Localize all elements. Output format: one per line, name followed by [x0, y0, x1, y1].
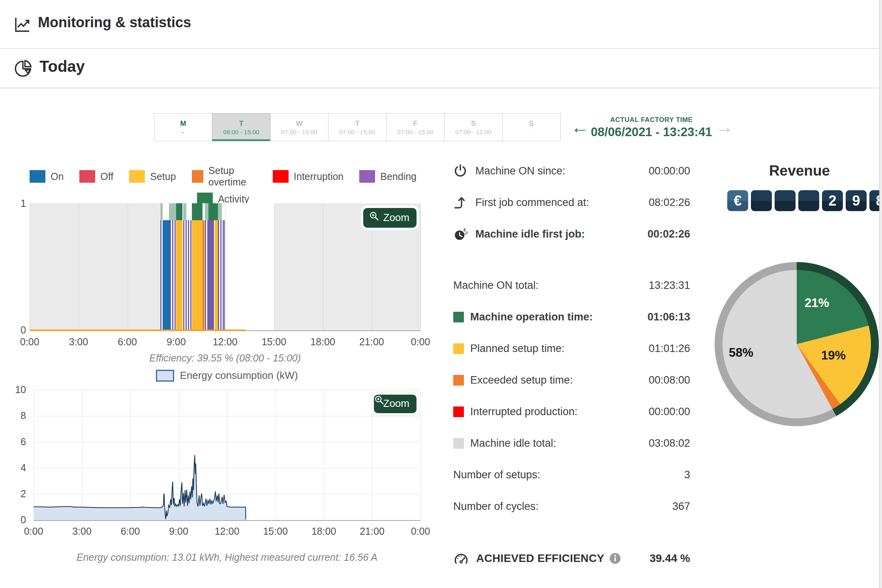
energy-y-tick-label: 10 [10, 384, 26, 395]
state-bar-setup [176, 220, 182, 330]
stat-row-2: zzzMachine idle first job:00:02:26 [453, 225, 690, 243]
stat-row-8: Machine idle total:03:08:02 [453, 434, 690, 452]
weekday-tab-6-s[interactable]: S- [502, 113, 561, 141]
energy-caption: Energy consumption: 13.01 kWh, Highest m… [34, 552, 420, 563]
activity-zoom-button[interactable]: Zoom [363, 208, 417, 228]
weekday-tabs: M-T08:00 - 15:00W07:00 - 15:00T07:00 - 1… [154, 113, 560, 141]
zoom-button-label: Zoom [383, 397, 409, 410]
tab-hours-label: 07:00 - 15:00 [397, 128, 433, 136]
activity-cap [208, 203, 218, 220]
pie-label-58pct: 58% [729, 346, 753, 360]
next-day-arrow[interactable]: → [715, 116, 734, 138]
legend-label: Off [100, 171, 113, 182]
legend-swatch [30, 170, 45, 183]
stat-row-10: Number of cycles:367 [453, 497, 690, 515]
zoom-button-label: Zoom [383, 212, 409, 224]
weekday-tab-4-f[interactable]: F07:00 - 15:00 [386, 113, 445, 141]
energy-area-series [34, 390, 420, 520]
energy-chart: Zoom [34, 390, 420, 520]
legend-label: Interruption [294, 171, 343, 182]
stat-label: Number of setups: [453, 469, 540, 481]
energy-y-tick-label: 4 [10, 462, 26, 474]
tab-hours-label: 07:00 - 12:00 [455, 128, 491, 136]
info-icon[interactable] [609, 552, 621, 564]
gridline [323, 203, 323, 330]
time-distribution-pie: 21%19%58% [715, 262, 879, 426]
stat-row-4: Machine operation time:01:06:13 [453, 308, 690, 326]
pie-chart-icon [13, 58, 33, 80]
x-tick-label: 15:00 [263, 526, 288, 537]
stat-value: 08:02:26 [649, 197, 690, 209]
state-bar-bending [208, 220, 214, 330]
factory-time-value: 08/06/2021 - 13:23:41 [590, 125, 713, 139]
revenue-digit-tile [775, 190, 796, 211]
scrollbar-track[interactable] [879, 0, 882, 588]
tab-day-label: S [471, 119, 476, 128]
monitoring-dashboard: Monitoring & statistics Today M-T08:00 -… [0, 0, 882, 588]
x-tick-label: 15:00 [261, 336, 286, 348]
previous-day-arrow[interactable]: ← [571, 116, 589, 138]
tab-day-label: W [296, 119, 303, 128]
stat-label: Machine idle first job: [475, 228, 585, 240]
efficiency-caption: Efficiency: 39.55 % (08:00 - 15:00) [30, 352, 420, 364]
energy-legend-label: Energy consumption (kW) [180, 369, 298, 382]
weekday-tab-1-t[interactable]: T08:00 - 15:00 [212, 113, 270, 141]
legend-item-bending: Bending [359, 170, 417, 183]
activity-y-tick-top: 1 [10, 198, 26, 209]
stat-value: 01:01:26 [649, 343, 690, 355]
revenue-digit-tile: 9 [846, 190, 867, 211]
stat-row-6: Exceeded setup time:00:08:00 [453, 371, 690, 389]
stat-value: 03:08:02 [649, 437, 690, 449]
x-tick-label: 0:00 [20, 336, 39, 348]
tab-hours-label: - [182, 128, 184, 136]
stat-row-3: Machine ON total:13:23:31 [453, 276, 690, 294]
activity-x-tick-labels: 0:003:006:009:0012:0015:0018:0021:000:00 [30, 336, 420, 348]
x-tick-label: 3:00 [69, 336, 88, 348]
pie-label-21pct: 21% [805, 296, 829, 310]
stat-label: Machine ON since: [475, 165, 565, 177]
status-swatch [453, 375, 464, 386]
weekday-tab-5-s[interactable]: S07:00 - 12:00 [444, 113, 503, 141]
stat-label: Exceeded setup time: [470, 374, 573, 386]
state-bar-bending-stripes [170, 220, 176, 330]
section-title: Today [39, 58, 85, 75]
x-tick-label: 12:00 [215, 526, 240, 537]
state-bar-bending-stripes [205, 220, 208, 330]
x-tick-label: 0:00 [24, 526, 43, 537]
legend-item-interruption: Interruption [273, 170, 343, 183]
tab-hours-label: 07:00 - 15:00 [281, 128, 317, 136]
state-bar-overtime [203, 220, 205, 330]
stat-value: 00:00:00 [649, 406, 690, 418]
weekday-tab-0-m[interactable]: M- [154, 113, 212, 141]
first-job-icon [453, 195, 469, 210]
legend-item-setup: Setup [129, 170, 176, 183]
weekday-tab-2-w[interactable]: W07:00 - 15:00 [270, 113, 328, 141]
activity-cap [183, 203, 186, 220]
gauge-icon [453, 551, 471, 566]
activity-cap [218, 203, 221, 220]
energy-legend: Energy consumption (kW) [34, 369, 420, 382]
gridline [79, 203, 79, 330]
x-tick-label: 21:00 [359, 336, 384, 348]
energy-y-tick-label: 6 [10, 436, 26, 448]
revenue-digit-tile [798, 190, 819, 211]
x-tick-label: 0:00 [411, 336, 430, 348]
energy-x-axis [34, 520, 420, 521]
line-chart-icon [13, 15, 32, 36]
stat-label: First job commenced at: [475, 197, 589, 209]
revenue-digit-tile: 2 [822, 190, 843, 211]
power-icon [453, 164, 469, 178]
legend-label: Setup overtime [208, 165, 257, 188]
svg-text:z: z [465, 232, 466, 236]
stat-value: 00:00:00 [649, 165, 690, 177]
gridline [420, 390, 421, 520]
weekday-tab-3-t[interactable]: T07:00 - 15:00 [328, 113, 387, 141]
stat-value: 13:23:31 [649, 279, 690, 292]
legend-item-setup-overtime: Setup overtime [192, 165, 257, 188]
legend-swatch [192, 170, 203, 183]
energy-zoom-button[interactable]: Zoom [374, 395, 417, 413]
revenue-counter: €298 [727, 190, 882, 211]
tab-day-label: F [413, 119, 418, 128]
tab-day-label: T [239, 119, 244, 128]
activity-cap [169, 203, 176, 220]
